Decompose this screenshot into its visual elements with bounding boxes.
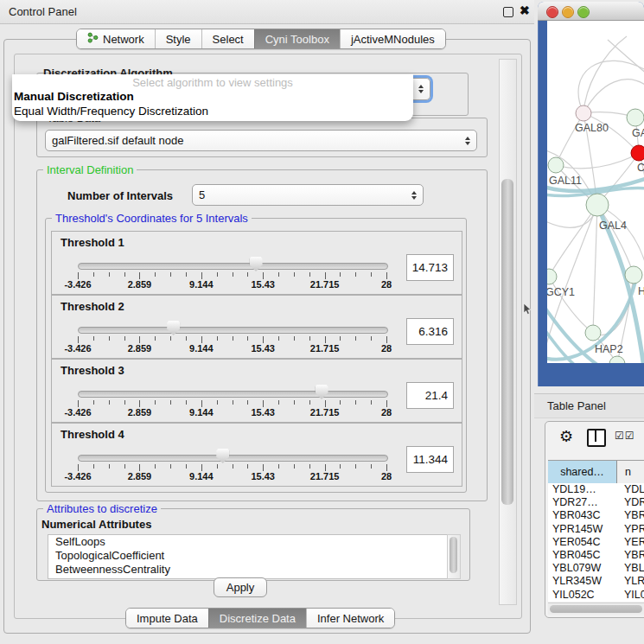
threshold-value-field[interactable]: 11.344 [406,446,454,473]
cell-shared-name[interactable]: YPR145W [548,523,616,536]
slider-tick-label: 2.859 [128,343,152,354]
network-node-ga[interactable] [627,109,644,126]
number-of-intervals-spinner[interactable]: 5 [192,184,424,206]
network-node-gal11[interactable] [548,157,564,173]
network-node-gal80[interactable] [576,105,591,121]
thresholds-group: Threshold's Coordinates for 5 Intervals … [45,218,467,493]
network-canvas[interactable]: GAL80GACGAL11GAL4GCY1HHAP2 [547,21,644,363]
cell-name[interactable]: YIL0 [616,589,644,602]
cell-name[interactable]: YPR1 [616,523,644,536]
thresholds-title: Threshold's Coordinates for 5 Intervals [52,212,252,225]
zoom-traffic-light-icon[interactable] [577,6,590,18]
slider-tick [201,400,202,407]
close-traffic-light-icon[interactable] [546,6,558,18]
slider-tick [355,400,356,405]
network-node[interactable] [609,356,625,363]
table-row[interactable]: YPR145WYPR1 [548,523,644,536]
threshold-value-field[interactable]: 6.316 [406,318,454,345]
tab-impute-data[interactable]: Impute Data [126,609,208,628]
slider-tick-label: 15.43 [251,279,275,290]
node-label: HAP2 [595,343,623,355]
cell-name[interactable]: YER0 [616,536,644,549]
cell-name[interactable]: YBR0 [616,509,644,522]
cell-shared-name[interactable]: YER054C [548,536,616,549]
attributes-title: Attributes to discretize [43,502,161,515]
cell-shared-name[interactable]: YBL079W [548,562,616,575]
slider-tick-label: 21.715 [310,471,340,481]
slider-tick [278,464,279,469]
apply-button[interactable]: Apply [214,577,267,597]
cell-name[interactable]: YDL1 [616,483,644,496]
split-view-icon[interactable] [587,429,606,447]
slider-tick [170,336,171,341]
table-hscrollbar-thumb[interactable] [550,605,642,613]
network-node-h[interactable] [625,266,642,284]
slider-tick [309,400,310,405]
cell-name[interactable]: YDR2 [616,496,644,509]
list-scrollbar-thumb[interactable] [450,537,457,573]
main-scrollbar[interactable] [499,59,517,605]
algorithm-popup-hint: Select algorithm to view settings [12,74,413,90]
column-header-name[interactable]: n [617,461,644,483]
slider-tick-label: 15.43 [251,407,275,418]
network-node-gcy1[interactable] [547,269,557,284]
network-view-window[interactable]: GAL80GACGAL11GAL4GCY1HHAP2 [538,2,644,386]
tab-discretize-data[interactable]: Discretize Data [208,609,306,628]
network-node-c[interactable] [631,145,644,161]
tab-select[interactable]: Select [201,29,254,48]
slider-tick [247,464,248,469]
close-icon[interactable]: ✖ [520,3,530,17]
network-node-gal4[interactable] [586,194,609,216]
attribute-item-betweennesscentrality[interactable]: BetweennessCentrality [48,563,448,577]
slider-tick [386,464,387,471]
attribute-item-selfloops[interactable]: SelfLoops [48,535,448,549]
column-checkboxes-icon[interactable]: ☑☑ [615,430,635,442]
table-row[interactable]: YDR27…YDR2 [548,496,644,509]
table-row[interactable]: YIL052CYIL0 [548,589,644,602]
main-scrollbar-thumb[interactable] [501,179,513,505]
slider-tick [139,272,140,279]
list-scrollbar[interactable] [447,534,461,579]
cell-shared-name[interactable]: YLR345W [548,575,616,588]
cell-shared-name[interactable]: YIL052C [548,589,616,602]
tab-cyni-toolbox[interactable]: Cyni Toolbox [254,29,340,48]
slider-tick [124,336,125,341]
settings-gear-icon[interactable]: ⚙ [559,427,573,446]
tab-jactivemnodules[interactable]: jActiveMNodules [340,29,445,48]
table-row[interactable]: YER054CYER0 [548,536,644,549]
threshold-value-field[interactable]: 14.713 [406,254,454,281]
slider-tick [139,400,140,407]
table-row[interactable]: YBL079WYBL0 [548,562,644,575]
table-row[interactable]: YDL19…YDL1 [548,483,644,496]
cell-shared-name[interactable]: YDR27… [548,496,616,509]
cell-name[interactable]: YBR0 [616,549,644,562]
slider-tick [371,336,372,341]
table-data-combobox[interactable]: galFiltered.sif default node [45,130,477,151]
table-row[interactable]: YBR045CYBR0 [548,549,644,562]
threshold-slider-track[interactable] [78,455,388,462]
table-row[interactable]: YBR043CYBR0 [548,509,644,522]
threshold-value-field[interactable]: 21.4 [406,382,454,409]
threshold-slider-track[interactable] [78,391,388,398]
algorithm-option-manual-discretization[interactable]: Manual Discretization [12,90,413,105]
threshold-slider-track[interactable] [78,327,388,334]
slider-tick [186,336,187,341]
algorithm-option-equal-width-frequency-discretization[interactable]: Equal Width/Frequency Discretization [12,105,413,119]
minimize-traffic-light-icon[interactable] [562,6,574,18]
cell-shared-name[interactable]: YDL19… [548,483,616,496]
table-row[interactable]: YLR345WYLR3 [548,575,644,588]
tab-style[interactable]: Style [155,29,201,48]
tab-network[interactable]: Network [77,29,155,48]
cell-shared-name[interactable]: YBR045C [548,549,616,562]
threshold-slider-track[interactable] [78,263,388,270]
float-window-icon[interactable] [503,7,513,17]
attribute-item-topologicalcoefficient[interactable]: TopologicalCoefficient [48,549,448,563]
cell-name[interactable]: YBL0 [616,562,644,575]
tab-infer-network[interactable]: Infer Network [306,609,394,628]
column-header-shared-name[interactable]: shared… [548,461,617,483]
slider-tick [186,272,187,277]
cell-name[interactable]: YLR3 [616,575,644,588]
cell-shared-name[interactable]: YBR043C [548,509,616,522]
table-horizontal-scrollbar[interactable] [548,603,644,615]
network-node-hap2[interactable] [585,325,601,341]
